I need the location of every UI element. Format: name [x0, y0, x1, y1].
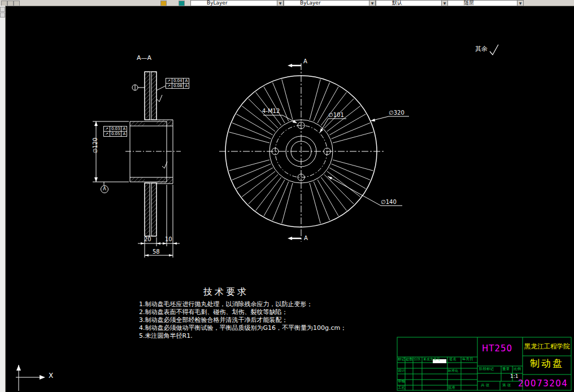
tech-requirement-item: 5.未注圆角半径R1.: [139, 333, 193, 339]
tech-requirement-item: 2.制动盘表面不得有毛刺、碰伤、划伤、裂纹等缺陷；: [139, 309, 288, 316]
school-name: 黑龙江工程学院: [524, 343, 570, 350]
scale-value: 1:1: [510, 374, 518, 380]
linetype-combo[interactable]: ByLayer ▼: [284, 0, 376, 6]
tb-label-craft: 工艺: [398, 386, 405, 390]
ucs-x-label: X: [49, 372, 53, 380]
dim-outer-dia: ∅320: [389, 110, 405, 116]
toolbar-button-icon[interactable]: [14, 1, 20, 6]
chevron-down-icon[interactable]: ▼: [277, 1, 283, 6]
material-spec: HT250: [482, 344, 512, 354]
dim-ring-thickness: 20: [144, 236, 151, 242]
tb-label-sign: 签名: [449, 358, 456, 361]
color-combo-value: ByLayer: [207, 0, 228, 6]
section-mark-bottom: A: [304, 235, 308, 241]
cad-application-window: A—A ∅120 20 10 58 4-M12 ∅101 ∅320 ∅140 A…: [0, 0, 574, 392]
gdt-value: 0.04: [172, 79, 184, 83]
toolbar-button-icon[interactable]: [0, 12, 5, 18]
gdt-value: 0.05: [110, 132, 121, 136]
tb-label-mark: 标记: [398, 358, 405, 361]
dim-vane-dia: ∅140: [381, 199, 397, 205]
dim-wall: 10: [165, 236, 172, 242]
tech-requirements-title: 技术要求: [203, 287, 249, 297]
tb-label-sheet-no: 第 张: [502, 384, 511, 387]
tb-label-design: 设计: [398, 369, 405, 373]
dim-bolt-holes: 4-M12: [262, 108, 280, 114]
dim-bore: ∅101: [328, 112, 344, 118]
chevron-down-icon[interactable]: ▼: [369, 1, 375, 6]
tb-label-stage: 阶段标记: [479, 367, 494, 371]
gdt-frame-left-2: ↗ 0.05 A: [103, 131, 127, 137]
gdt-symbol: ↗: [104, 132, 110, 136]
gdt-datum: A: [183, 84, 189, 88]
gdt-datum: A: [121, 132, 127, 136]
make-block-icon[interactable]: [160, 1, 167, 6]
tb-label-count: 处数: [406, 358, 413, 361]
gdt-value: 0.08: [172, 84, 184, 88]
tb-label-approve: 批准: [448, 386, 455, 390]
cad-linework: [0, 0, 574, 392]
gdt-symbol: ↗: [166, 84, 172, 88]
lineweight-combo-value: 默认: [392, 0, 402, 6]
dim-flange-dia: ∅120: [92, 134, 98, 157]
dim-overall: 58: [153, 249, 160, 255]
gdt-datum: A: [121, 127, 127, 131]
drawing-number: 20073204: [518, 379, 568, 389]
drawing-geometry: [16, 45, 498, 391]
part-name: 制动盘: [530, 358, 564, 369]
color-swatch-icon[interactable]: [179, 1, 185, 6]
gdt-frame-top-2: ↗ 0.08 A: [166, 83, 189, 89]
datum-a-bubble: A: [101, 185, 108, 193]
tb-label-change-file: 更改文件号: [423, 358, 440, 361]
linetype-combo-value: ByLayer: [300, 0, 321, 6]
tb-label-check: 审核: [398, 380, 405, 384]
section-view-label: A—A: [137, 55, 151, 62]
tb-label-zone: 分区: [414, 358, 421, 361]
arrowheads: [16, 64, 375, 380]
plot-style-combo-value: 随层: [464, 0, 474, 6]
toolbar-button-icon[interactable]: [0, 7, 5, 12]
docked-toolbar: [0, 6, 6, 392]
tb-label-date: 年月日: [462, 358, 473, 361]
gdt-value: 0.03: [110, 127, 121, 131]
tb-label-scale: 比例: [514, 367, 521, 371]
gdt-symbol: ↗: [166, 79, 172, 83]
color-combo[interactable]: ByLayer ▼: [190, 0, 284, 6]
chevron-down-icon[interactable]: ▼: [441, 1, 447, 6]
tech-requirement-item: 3.制动盘必须全部经检验合格并清洗干净后才能装配；: [139, 317, 288, 324]
tb-label-sheets-total: 共 张: [481, 384, 489, 387]
properties-toolbar: ByLayer ▼ ByLayer ▼ 默认 ▼ 随层 ▼: [0, 0, 574, 6]
tech-requirement-item: 4.制动盘必须做动平衡试验，平衡品质级别为G16，不平衡量为100g.cm；: [139, 325, 346, 332]
lineweight-combo[interactable]: 默认 ▼: [376, 0, 448, 6]
tech-requirement-item: 1.制动盘毛坯应进行抛丸处理，以消除残余应力，以防止变形；: [139, 301, 313, 308]
gdt-symbol: ↗: [104, 127, 110, 131]
toolbar-button-icon[interactable]: [7, 1, 14, 6]
section-mark-top: A: [303, 58, 307, 64]
chevron-down-icon[interactable]: ▼: [517, 1, 523, 6]
tb-label-weight: 重量: [502, 367, 510, 371]
gdt-datum: A: [183, 79, 189, 83]
tb-label-standardize: 标准化: [448, 369, 458, 373]
surface-roughness-note: 其余: [475, 46, 488, 53]
plot-style-combo[interactable]: 随层 ▼: [447, 0, 524, 6]
